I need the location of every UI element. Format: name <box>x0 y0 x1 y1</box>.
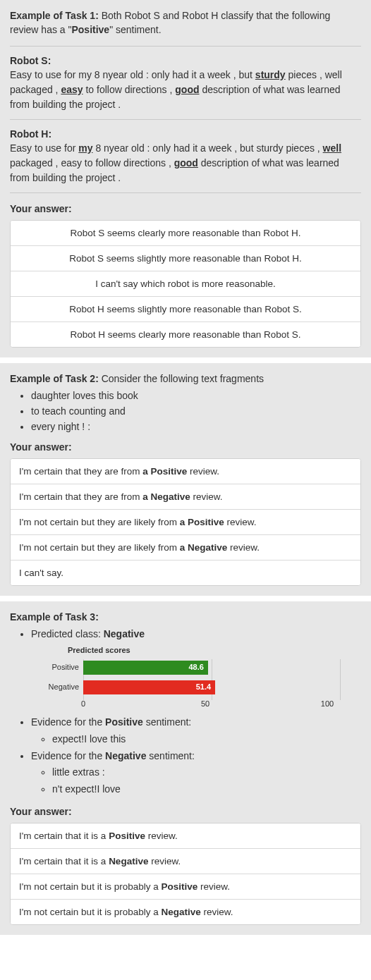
highlight-word: my <box>78 142 92 154</box>
task3-options: I'm certain that it is a Positive review… <box>10 823 361 925</box>
option-button[interactable]: I'm certain that it is a Positive review… <box>11 823 360 848</box>
task3-panel: Example of Task 3: Predicted class: Nega… <box>0 601 371 935</box>
option-button[interactable]: Robot S seems slightly more reasonable t… <box>11 245 360 271</box>
fragment-item: to teach counting and <box>31 404 361 418</box>
option-button[interactable]: I can't say. <box>11 560 360 585</box>
divider <box>10 46 361 47</box>
robot-s-label: Robot S: <box>10 55 361 66</box>
task1-panel: Example of Task 1: Both Robot S and Robo… <box>0 0 371 357</box>
divider <box>10 192 361 193</box>
evidence-item: n't expect!I love <box>52 782 361 796</box>
evidence-item: little extras : <box>52 765 361 779</box>
option-button[interactable]: I'm not certain but it is probably a Pos… <box>11 874 360 899</box>
option-button[interactable]: I'm certain that they are from a Negativ… <box>11 484 360 509</box>
evidence-positive-line: Evidence for the Positive sentiment: exp… <box>31 715 361 746</box>
chart-x-axis: 0 50 100 <box>83 699 327 709</box>
task1-heading: Example of Task 1: <box>10 10 99 21</box>
option-button[interactable]: I'm not certain but it is probably a Neg… <box>11 899 360 924</box>
chart-bar-positive: 48.6 <box>83 661 208 675</box>
option-button[interactable]: Robot H seems clearly more reasonable th… <box>11 321 360 347</box>
option-button[interactable]: I'm certain that it is a Negative review… <box>11 848 360 874</box>
chart-title: Predicted scores <box>68 645 361 656</box>
predicted-class-line: Predicted class: Negative Predicted scor… <box>31 627 361 713</box>
robot-s-text: Easy to use for my 8 nyear old : only ha… <box>10 68 361 112</box>
divider <box>10 119 361 120</box>
chart-tick: 50 <box>201 699 209 710</box>
task2-heading: Example of Task 2: <box>10 373 99 384</box>
predicted-scores-chart: Positive 48.6 Negative 51.4 0 50 100 <box>44 659 340 713</box>
option-button[interactable]: I'm not certain but they are likely from… <box>11 534 360 560</box>
fragment-item: daughter loves this book <box>31 388 361 403</box>
task3-content-list: Predicted class: Negative Predicted scor… <box>14 627 361 796</box>
answer-heading: Your answer: <box>10 806 361 817</box>
option-button[interactable]: I can't say which robot is more reasonab… <box>11 271 360 296</box>
highlight-word: well <box>323 142 341 154</box>
task2-options: I'm certain that they are from a Positiv… <box>10 458 361 586</box>
robot-h-text: Easy to use for my 8 nyear old : only ha… <box>10 141 361 185</box>
chart-bar-negative: 51.4 <box>83 680 215 694</box>
chart-value-label: 48.6 <box>188 662 203 673</box>
answer-heading: Your answer: <box>10 203 361 214</box>
chart-row-positive: Positive 48.6 <box>44 659 340 676</box>
highlight-word: good <box>175 84 199 95</box>
task2-panel: Example of Task 2: Consider the followin… <box>0 363 371 596</box>
task2-prompt: Example of Task 2: Consider the followin… <box>10 372 361 386</box>
fragment-list: daughter loves this book to teach counti… <box>14 388 361 434</box>
option-button[interactable]: Robot S seems clearly more reasonable th… <box>11 221 360 245</box>
option-button[interactable]: I'm not certain but they are likely from… <box>11 509 360 534</box>
chart-value-label: 51.4 <box>196 682 211 693</box>
task1-prompt: Example of Task 1: Both Robot S and Robo… <box>10 8 361 37</box>
evidence-item: expect!I love this <box>52 732 361 746</box>
highlight-word: easy <box>61 84 83 95</box>
option-button[interactable]: Robot H seems slightly more reasonable t… <box>11 296 360 321</box>
chart-tick: 0 <box>81 699 85 710</box>
task3-heading: Example of Task 3: <box>10 611 99 623</box>
evidence-negative-line: Evidence for the Negative sentiment: lit… <box>31 749 361 796</box>
chart-category-label: Negative <box>44 682 83 693</box>
task1-options: Robot S seems clearly more reasonable th… <box>10 220 361 348</box>
chart-category-label: Positive <box>44 662 83 673</box>
highlight-word: good <box>174 157 198 169</box>
answer-heading: Your answer: <box>10 441 361 453</box>
chart-row-negative: Negative 51.4 <box>44 679 340 696</box>
robot-h-label: Robot H: <box>10 128 361 140</box>
option-button[interactable]: I'm certain that they are from a Positiv… <box>11 459 360 484</box>
fragment-item: every night ! : <box>31 419 361 434</box>
chart-tick: 100 <box>321 699 334 710</box>
highlight-word: sturdy <box>255 69 286 80</box>
